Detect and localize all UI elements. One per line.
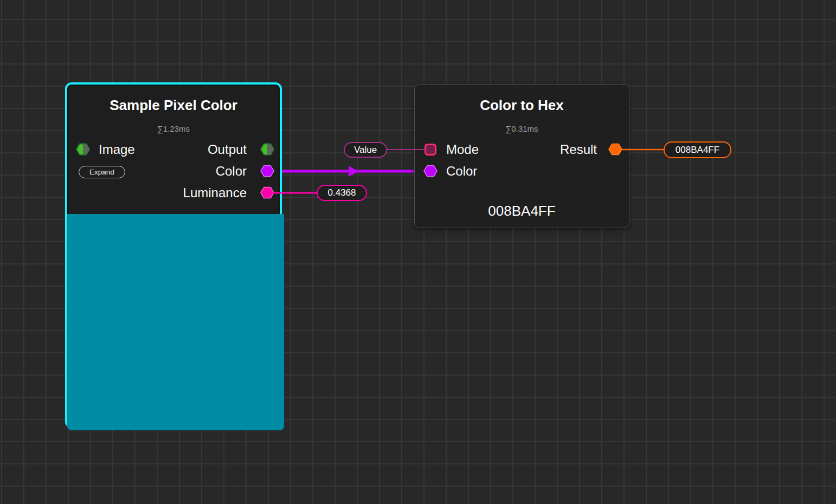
node-graph-canvas[interactable]: Sample Pixel Color ∑1.23ms Image Output … xyxy=(0,0,836,504)
result-value-badge: 008BA4FF xyxy=(664,141,731,158)
luminance-value-badge: 0.4368 xyxy=(317,185,367,201)
mode-value-badge[interactable]: Value xyxy=(344,142,387,158)
wire-layer-over xyxy=(0,0,836,504)
